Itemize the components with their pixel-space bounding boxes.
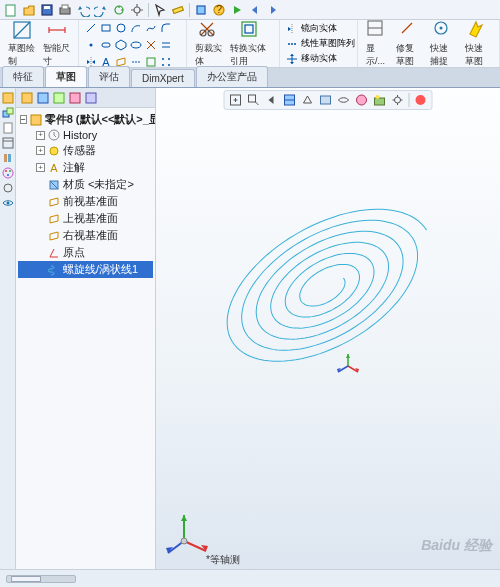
trim-label: 剪裁实体 bbox=[195, 42, 222, 68]
config-mgr-tab[interactable] bbox=[52, 91, 66, 105]
tree-item-material[interactable]: 材质 <未指定> bbox=[18, 176, 153, 193]
help-icon[interactable]: ? bbox=[212, 3, 226, 17]
display-button[interactable]: 显示/... bbox=[364, 20, 390, 68]
svg-rect-4 bbox=[62, 5, 68, 9]
convert-button[interactable]: 转换实体引用 bbox=[228, 20, 273, 68]
point-icon[interactable] bbox=[85, 39, 97, 53]
centerline-icon[interactable] bbox=[130, 56, 142, 68]
trim-icon[interactable] bbox=[145, 39, 157, 53]
sketch-button[interactable]: 草图绘制 bbox=[6, 20, 37, 68]
view-orient-icon[interactable] bbox=[301, 93, 315, 107]
pane-icon[interactable] bbox=[2, 137, 14, 149]
save-icon[interactable] bbox=[40, 3, 54, 17]
tab-sketch[interactable]: 草图 bbox=[45, 66, 87, 87]
trim-button[interactable]: 剪裁实体 bbox=[193, 20, 224, 68]
apply-scene-icon[interactable] bbox=[373, 93, 387, 107]
new-icon[interactable] bbox=[4, 3, 18, 17]
collapse-icon[interactable]: − bbox=[20, 115, 27, 124]
offset-icon[interactable] bbox=[160, 39, 172, 53]
tree-item-front-plane[interactable]: 前视基准面 bbox=[18, 193, 153, 210]
ribbon-group-sketch: 草图绘制 智能尺寸 bbox=[0, 20, 79, 67]
hide-show-icon[interactable] bbox=[337, 93, 351, 107]
mirror-cmd[interactable]: 镜向实体 bbox=[286, 22, 351, 35]
ribbon-group-trim-convert: 剪裁实体 转换实体引用 bbox=[187, 20, 280, 67]
view-settings-icon[interactable] bbox=[391, 93, 405, 107]
feature-tree[interactable]: − 零件8 (默认<<默认>_显示状态 +History +传感器 +A注解 材… bbox=[16, 108, 155, 569]
scrollbar[interactable] bbox=[6, 575, 76, 583]
expand-icon[interactable]: + bbox=[36, 163, 45, 172]
svg-point-17 bbox=[90, 44, 93, 47]
tree-item-top-plane[interactable]: 上视基准面 bbox=[18, 210, 153, 227]
convert-tool-icon[interactable] bbox=[145, 56, 157, 68]
snap-button[interactable]: 快速捕捉 bbox=[428, 20, 458, 68]
open-icon[interactable] bbox=[22, 3, 36, 17]
tree-item-history[interactable]: +History bbox=[18, 128, 153, 142]
graphics-viewport[interactable]: *等轴测 Baidu 经验 bbox=[156, 88, 500, 569]
rapid-button[interactable]: 快速草图 bbox=[463, 20, 493, 68]
redo-icon[interactable] bbox=[94, 3, 108, 17]
prev-view-icon[interactable] bbox=[265, 93, 279, 107]
select-icon[interactable] bbox=[153, 3, 167, 17]
zoom-fit-icon[interactable] bbox=[229, 93, 243, 107]
options-icon[interactable] bbox=[130, 3, 144, 17]
part-icon[interactable] bbox=[2, 92, 14, 104]
dim-mgr-tab[interactable] bbox=[68, 91, 82, 105]
ribbon: 草图绘制 智能尺寸 A bbox=[0, 20, 500, 68]
property-mgr-tab[interactable] bbox=[36, 91, 50, 105]
feature-mgr-tab[interactable] bbox=[20, 91, 34, 105]
tab-dimxpert[interactable]: DimXpert bbox=[131, 69, 195, 87]
zoom-area-icon[interactable] bbox=[247, 93, 261, 107]
next-icon[interactable] bbox=[266, 3, 280, 17]
display-mgr-tab[interactable] bbox=[84, 91, 98, 105]
tree-item-helix[interactable]: 螺旋线/涡状线1 bbox=[18, 261, 153, 278]
tree-item-sensor[interactable]: +传感器 bbox=[18, 142, 153, 159]
svg-point-52 bbox=[4, 184, 12, 192]
tab-office[interactable]: 办公室产品 bbox=[196, 66, 268, 87]
fillet-icon[interactable] bbox=[160, 22, 172, 36]
linear-pattern-cmd[interactable]: 线性草图阵列 bbox=[286, 37, 351, 50]
move-cmd[interactable]: 移动实体 bbox=[286, 52, 351, 65]
slot-icon[interactable] bbox=[100, 39, 112, 53]
view-icon[interactable] bbox=[2, 197, 14, 209]
render-icon[interactable] bbox=[414, 93, 428, 107]
assembly-icon[interactable] bbox=[2, 107, 14, 119]
play-icon[interactable] bbox=[230, 3, 244, 17]
pattern-icon[interactable] bbox=[160, 56, 172, 68]
edit-appear-icon[interactable] bbox=[355, 93, 369, 107]
ribbon-group-sketch-tools: A bbox=[79, 20, 186, 67]
section-icon[interactable] bbox=[283, 93, 297, 107]
drawing-icon[interactable] bbox=[2, 122, 14, 134]
separator bbox=[148, 3, 149, 17]
repair-button[interactable]: 修复草图 bbox=[394, 20, 424, 68]
library-icon[interactable] bbox=[2, 152, 14, 164]
convert-label: 转换实体引用 bbox=[230, 42, 271, 68]
appearance-icon[interactable] bbox=[2, 167, 14, 179]
spline-icon[interactable] bbox=[145, 22, 157, 36]
prev-icon[interactable] bbox=[248, 3, 262, 17]
view-triad[interactable] bbox=[166, 509, 216, 559]
tree-item-origin[interactable]: 原点 bbox=[18, 244, 153, 261]
custom-icon[interactable] bbox=[2, 182, 14, 194]
expand-icon[interactable]: + bbox=[36, 146, 45, 155]
tree-item-annotation[interactable]: +A注解 bbox=[18, 159, 153, 176]
spiral-curve[interactable] bbox=[176, 148, 476, 428]
measure-icon[interactable] bbox=[171, 3, 185, 17]
print-icon[interactable] bbox=[58, 3, 72, 17]
tab-evaluate[interactable]: 评估 bbox=[88, 66, 130, 87]
tab-features[interactable]: 特征 bbox=[2, 66, 44, 87]
display-style-icon[interactable] bbox=[319, 93, 333, 107]
settings-icon[interactable] bbox=[194, 3, 208, 17]
circle-icon[interactable] bbox=[115, 22, 127, 36]
line-icon[interactable] bbox=[85, 22, 97, 36]
tree-item-right-plane[interactable]: 右视基准面 bbox=[18, 227, 153, 244]
dimension-button[interactable]: 智能尺寸 bbox=[41, 20, 72, 68]
undo-icon[interactable] bbox=[76, 3, 90, 17]
rebuild-icon[interactable] bbox=[112, 3, 126, 17]
tree-root[interactable]: − 零件8 (默认<<默认>_显示状态 bbox=[18, 111, 153, 128]
expand-icon[interactable]: + bbox=[36, 131, 45, 140]
poly-icon[interactable] bbox=[115, 39, 127, 53]
svg-text:A: A bbox=[50, 162, 58, 174]
rect-icon[interactable] bbox=[100, 22, 112, 36]
ellipse-icon[interactable] bbox=[130, 39, 142, 53]
arc-icon[interactable] bbox=[130, 22, 142, 36]
